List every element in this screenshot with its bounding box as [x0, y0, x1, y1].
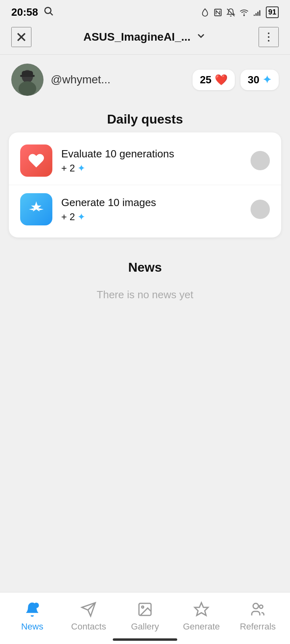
svg-point-24 — [142, 606, 144, 608]
home-indicator — [113, 638, 177, 641]
chevron-down-icon — [195, 30, 207, 44]
hearts-badge: 25 ❤️ — [193, 70, 235, 90]
daily-quests-title: Daily quests — [0, 105, 290, 132]
quest-toggle-evaluate[interactable] — [251, 151, 270, 170]
more-options-button[interactable] — [259, 27, 279, 47]
spark-icon-1: ✦ — [77, 163, 85, 174]
status-bar: 20:58 — [0, 0, 290, 23]
quest-icon-heart — [20, 144, 52, 177]
hearts-count: 25 — [200, 74, 211, 86]
stars-badge: 30 ✦ — [240, 70, 279, 90]
svg-marker-20 — [39, 208, 44, 211]
svg-point-18 — [19, 81, 36, 96]
svg-point-26 — [253, 603, 258, 609]
quest-info-generate: Generate 10 images + 2 ✦ — [61, 196, 242, 223]
svg-point-13 — [268, 40, 269, 41]
news-title: News — [0, 253, 290, 281]
svg-rect-6 — [255, 13, 257, 15]
nav-title-group[interactable]: ASUS_ImagineAI_... — [83, 30, 207, 44]
svg-point-12 — [268, 36, 269, 38]
close-button[interactable] — [11, 27, 31, 47]
svg-point-11 — [268, 33, 269, 34]
search-icon — [43, 6, 54, 19]
heart-icon: ❤️ — [215, 74, 228, 86]
top-nav-bar: ASUS_ImagineAI_... — [0, 23, 290, 55]
nav-item-contacts[interactable]: Contacts — [68, 601, 109, 632]
status-time: 20:58 — [11, 6, 38, 19]
profile-section: @whymet... 25 ❤️ 30 ✦ — [0, 55, 290, 105]
nav-item-referrals[interactable]: Referrals — [238, 601, 278, 632]
nav-item-generate[interactable]: Generate — [181, 601, 222, 632]
status-icons: 91 — [201, 6, 279, 18]
nav-title: ASUS_ImagineAI_... — [83, 31, 191, 43]
stats-container: 25 ❤️ 30 ✦ — [193, 70, 279, 90]
generate-icon — [193, 601, 210, 618]
svg-marker-25 — [195, 603, 208, 615]
quest-info-evaluate: Evaluate 10 generations + 2 ✦ — [61, 148, 242, 174]
nav-label-gallery: Gallery — [131, 621, 159, 632]
news-section: News There is no news yet — [0, 249, 290, 317]
svg-point-4 — [244, 15, 244, 16]
nav-item-gallery[interactable]: Gallery — [125, 601, 165, 632]
nav-label-contacts: Contacts — [71, 621, 106, 632]
avatar[interactable] — [11, 64, 44, 96]
svg-point-22 — [33, 603, 39, 608]
quest-reward-generate: + 2 ✦ — [61, 211, 242, 223]
svg-rect-8 — [259, 10, 261, 16]
quest-toggle-generate[interactable] — [251, 200, 270, 219]
referrals-icon — [249, 601, 267, 618]
bell-icon — [23, 601, 41, 618]
svg-rect-7 — [257, 12, 259, 16]
quest-item-generate[interactable]: Generate 10 images + 2 ✦ — [9, 185, 281, 233]
svg-point-0 — [45, 7, 51, 13]
quest-item-evaluate[interactable]: Evaluate 10 generations + 2 ✦ — [9, 136, 281, 185]
battery-indicator: 91 — [266, 6, 279, 18]
nav-label-generate: Generate — [183, 621, 220, 632]
svg-marker-19 — [35, 201, 37, 206]
quest-icon-star — [20, 193, 52, 225]
svg-marker-21 — [29, 208, 34, 211]
gallery-icon — [136, 601, 154, 618]
bottom-nav: News Contacts Gallery Generate — [0, 592, 290, 644]
stars-count: 30 — [248, 74, 259, 86]
svg-rect-17 — [22, 71, 33, 76]
svg-point-27 — [259, 605, 263, 608]
spark-icon-2: ✦ — [77, 211, 85, 223]
nav-label-news: News — [21, 621, 43, 632]
nav-item-news[interactable]: News — [12, 601, 52, 632]
quest-reward-evaluate: + 2 ✦ — [61, 163, 242, 174]
quest-title-generate: Generate 10 images — [61, 196, 242, 209]
no-news-message: There is no news yet — [0, 281, 290, 309]
contacts-icon — [80, 601, 97, 618]
quests-card: Evaluate 10 generations + 2 ✦ — [9, 132, 281, 237]
svg-line-1 — [50, 13, 52, 15]
quest-title-evaluate: Evaluate 10 generations — [61, 148, 242, 160]
username-label: @whymet... — [51, 73, 185, 86]
svg-rect-5 — [254, 14, 255, 16]
sparkle-icon: ✦ — [263, 74, 271, 86]
nav-label-referrals: Referrals — [240, 621, 276, 632]
